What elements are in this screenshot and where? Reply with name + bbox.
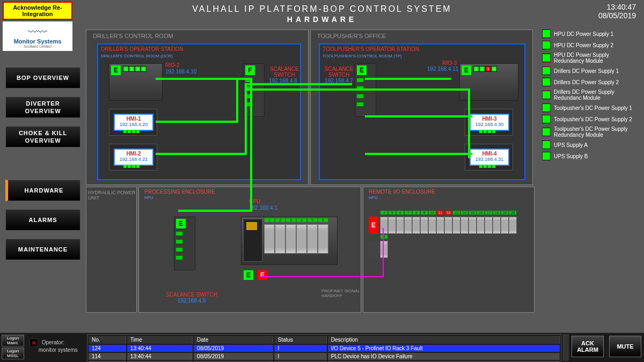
footer: Logon Maint. Logon MSSL ✕ Operator: moni… xyxy=(0,333,644,362)
dcr-rio-slot: 4 xyxy=(141,66,147,72)
panel-dcr-title: DRILLER'S CONTROL ROOM xyxy=(93,33,173,39)
tpo-scalance-label: SCALANCE SWITCH192.168.4.7 xyxy=(324,66,354,84)
ack-alarm-button[interactable]: ACK ALARM xyxy=(572,336,604,357)
mute-button[interactable]: MUTE xyxy=(609,336,641,357)
remote-slot: 8 xyxy=(412,217,420,234)
remote-slot: 16 xyxy=(477,217,485,234)
wire xyxy=(250,78,252,212)
col-desc[interactable]: Description xyxy=(328,336,560,344)
status-item: HPU DC Power Supply Redundancy Module xyxy=(542,52,639,64)
dcr-rio-label: RIO-2192.168.4.10 xyxy=(165,62,196,75)
panel-hpu: HYDRAULIC POWER UNIT xyxy=(86,187,137,313)
status-led-icon xyxy=(542,67,551,75)
alarm-table[interactable]: No. Time Date Status Description 12413:4… xyxy=(87,334,561,362)
nav-hardware[interactable]: HARDWARE xyxy=(5,180,80,201)
panel-tpo: TOOLPUSHER'S OFFICE TOOLPUSHER'S OPERATO… xyxy=(310,29,533,185)
hmi-ip: 192.168.4.31 xyxy=(471,157,508,162)
col-status[interactable]: Status xyxy=(274,336,326,344)
remote-slot: 11 xyxy=(436,217,444,234)
status-item: Toolpusher's DC Power Supply 1 xyxy=(542,104,639,112)
remote-slot: 7 xyxy=(404,217,412,234)
cpu-e-red-icon: E xyxy=(258,270,267,280)
status-item: UPS Supply A xyxy=(542,141,639,149)
status-led-icon xyxy=(542,54,551,62)
cpu-rack[interactable]: 123456 xyxy=(241,217,338,265)
cpu-label: CPU192.168.4.1 xyxy=(249,198,277,211)
operator-x-icon: ✕ xyxy=(30,338,38,347)
dcr-station-sub: DRILLER'S CONTROL ROOM (DCR) xyxy=(98,54,300,58)
remote-row1[interactable]: E 4567891011121314151617181920 xyxy=(369,217,517,234)
nav-maintenance[interactable]: MAINTENANCE xyxy=(5,239,80,260)
dcr-station-title: DRILLER'S OPERATOR STATION xyxy=(98,45,300,54)
logo-wave-icon: 〰〰 xyxy=(5,27,70,38)
alarm-row[interactable]: 11413:40:4408/05/2019IPLC Device has IO … xyxy=(89,353,560,360)
hpu-scalance-status-icon: E xyxy=(176,219,186,228)
panel-remote-io: REMOTE I/O ENCLOSURE HPU E 4567891011121… xyxy=(363,187,535,313)
handoff-label: PROFINET SIGNAL HANDOFF xyxy=(321,289,361,299)
nav-choke-kill-overview[interactable]: CHOKE & KILL OVERVIEW xyxy=(5,126,80,147)
col-date[interactable]: Date xyxy=(194,336,273,344)
remote-row2[interactable]: 2 xyxy=(369,241,388,258)
wire xyxy=(236,78,238,121)
hmi-ip: 192.168.4.30 xyxy=(471,122,508,127)
logo: 〰〰 Monitor Systems Scotland Limited xyxy=(3,21,72,51)
tpo-rio-slot: 4 xyxy=(491,66,497,72)
hmi-name: HMI-4 xyxy=(471,151,508,157)
panel-dcr: DRILLER'S CONTROL ROOM DRILLER'S OPERATO… xyxy=(86,29,309,185)
remote-slot: 10 xyxy=(428,217,436,234)
dcr-scalance-label: SCALANCE SWITCH192.168.4.6 xyxy=(269,66,300,84)
proc-sub: HPU xyxy=(144,195,153,200)
tpo-station-sub: TOOLPUSHER'S CONTROL ROOM (TP) xyxy=(320,54,524,58)
status-item: Drillers DC Power Supply 1 xyxy=(542,67,639,75)
status-led-icon xyxy=(542,91,551,99)
panel-hpu-title: HYDRAULIC POWER UNIT xyxy=(88,190,136,201)
remote-slot: 14 xyxy=(460,217,469,234)
time: 13:40:47 xyxy=(598,3,636,11)
status-item: HPU DC Power Supply 1 xyxy=(542,29,639,38)
remote-slot: 20 xyxy=(509,217,517,234)
status-led-icon xyxy=(542,41,551,49)
remote-status-icon: E xyxy=(369,217,378,234)
wire xyxy=(156,153,247,155)
status-led-icon xyxy=(542,128,551,136)
tpo-rio-slot: 1 xyxy=(473,66,479,72)
dcr-hmi-1[interactable]: HMI-1192.168.4.20 xyxy=(109,109,157,136)
nav-alarms[interactable]: ALARMS xyxy=(5,209,80,231)
remote-slot: 18 xyxy=(493,217,501,234)
col-time[interactable]: Time xyxy=(127,336,193,344)
status-item: Drillers DC Power Supply Redundanc Modul… xyxy=(542,89,639,101)
tpo-hmi-3[interactable]: HMI-3192.168.4.30 xyxy=(465,109,513,136)
logon-mssl-button[interactable]: Logon MSSL xyxy=(2,348,24,359)
hmi-name: HMI-2 xyxy=(115,151,152,157)
hpu-scalance-label: SCALANCE SWITCH192.168.4.5 xyxy=(166,292,217,304)
wire xyxy=(365,153,472,155)
alarm-row[interactable]: 12413:40:4408/05/2019II/O Device 5 - Pro… xyxy=(89,345,560,352)
hpu-scalance[interactable]: E xyxy=(174,217,195,270)
wire-magenta xyxy=(260,276,384,277)
remote-sub: HPU xyxy=(369,195,378,200)
tpo-station: TOOLPUSHER'S OPERATOR STATION TOOLPUSHER… xyxy=(319,43,525,180)
remote-slot: 17 xyxy=(485,217,493,234)
tpo-hmi-4[interactable]: HMI-4192.168.4.31 xyxy=(465,144,513,171)
remote-slot: 12 xyxy=(444,217,452,234)
logon-maint-button[interactable]: Logon Maint. xyxy=(2,335,24,346)
tpo-rio-ip: 192.168.4.11 xyxy=(427,66,458,72)
col-no[interactable]: No. xyxy=(89,336,126,344)
nav-sidebar: BOP OVERVIEW DIVERTER OVERVIEW CHOKE & K… xyxy=(5,67,80,268)
status-led-icon xyxy=(542,78,551,86)
page-title: VALHALL IP PLATFORM-BOP CONTROL SYSTEM xyxy=(0,4,644,14)
remote-title: REMOTE I/O ENCLOSURE xyxy=(369,189,435,195)
date: 08/05/2019 xyxy=(598,11,636,20)
wire xyxy=(365,78,451,80)
dcr-rio-rack[interactable]: E 1234 xyxy=(109,63,163,101)
nav-diverter-overview[interactable]: DIVERTER OVERVIEW xyxy=(5,97,80,118)
tpo-rio-status-icon: E xyxy=(462,65,471,75)
page-subtitle: HARDWARE xyxy=(0,15,644,24)
nav-bop-overview[interactable]: BOP OVERVIEW xyxy=(5,67,80,88)
tpo-scalance-status-icon: E xyxy=(357,65,367,75)
wire xyxy=(468,88,470,158)
dcr-hmi-2[interactable]: HMI-2192.168.4.21 xyxy=(109,144,157,171)
alarm-scrollbar[interactable] xyxy=(562,334,569,361)
hmi-ip: 192.168.4.21 xyxy=(115,157,152,162)
status-led-icon xyxy=(542,104,551,112)
